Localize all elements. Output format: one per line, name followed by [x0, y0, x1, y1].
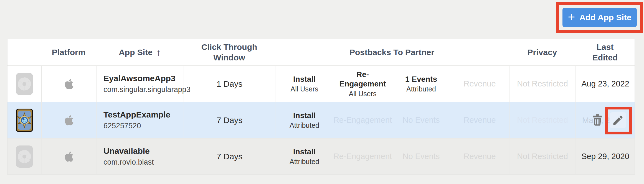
postback-install: Install Attributed: [275, 102, 333, 138]
postback-events: 1 Events Attributed: [392, 66, 450, 102]
app-placeholder-icon: [7, 66, 41, 102]
postback-re-engagement: Re-Engagement: [333, 102, 392, 138]
header-postbacks-to-partner: Postbacks To Partner: [275, 39, 509, 65]
header-privacy: Privacy: [509, 39, 575, 65]
apple-icon: [41, 66, 96, 102]
postback-events: No Events: [392, 139, 450, 174]
postback-re-engagement: Re-Engagement: [333, 139, 392, 174]
plus-icon: +: [568, 11, 575, 23]
postback-revenue: Revenue: [450, 66, 509, 102]
postback-revenue: Revenue: [450, 102, 509, 138]
app-bundle-id: com.rovio.blast: [103, 158, 154, 167]
app-site-cell: EyalAwsomeApp3 com.singular.singularapp3: [96, 66, 184, 102]
privacy-cell: Not Restricted: [509, 102, 575, 138]
pencil-icon: [612, 114, 624, 126]
click-through-window-cell: 1 Days: [184, 66, 275, 102]
apple-icon: [41, 139, 96, 174]
hearthstone-app-icon: [7, 102, 41, 138]
app-name: Unavailable: [103, 146, 150, 156]
table-header-row: Platform App Site ↑ Click Through Window…: [7, 39, 635, 65]
app-site-cell: TestAppExample 625257520: [96, 102, 184, 138]
table-row[interactable]: TestAppExample 625257520 7 Days Install …: [7, 102, 635, 138]
postback-events: No Events: [392, 102, 450, 138]
header-click-through-window: Click Through Window: [184, 39, 275, 65]
edit-app-site-button[interactable]: [610, 112, 626, 128]
app-bundle-id: com.singular.singularapp3: [103, 85, 191, 94]
add-app-site-button[interactable]: + Add App Site: [562, 8, 637, 27]
delete-app-site-button[interactable]: [592, 113, 603, 127]
privacy-cell: Not Restricted: [509, 139, 575, 174]
header-last-edited: Last Edited: [575, 39, 635, 65]
header-app-icon-spacer: [7, 39, 41, 65]
app-placeholder-icon: [7, 139, 41, 174]
last-edited-cell: Aug 23, 2022: [575, 66, 635, 102]
header-app-site[interactable]: App Site ↑: [96, 39, 184, 65]
click-through-window-cell: 7 Days: [184, 139, 275, 174]
sort-ascending-icon[interactable]: ↑: [156, 47, 161, 58]
app-store-id: 625257520: [103, 122, 141, 130]
app-site-cell: Unavailable com.rovio.blast: [96, 139, 184, 174]
table-row[interactable]: EyalAwsomeApp3 com.singular.singularapp3…: [7, 65, 635, 102]
postback-revenue: Revenue: [450, 139, 509, 174]
header-platform: Platform: [41, 39, 96, 65]
app-name: EyalAwsomeApp3: [103, 74, 176, 83]
postback-re-engagement: Re-Engagement All Users: [333, 66, 392, 102]
apple-icon: [41, 102, 96, 138]
last-edited-cell: Ma , 20: [575, 102, 635, 138]
privacy-cell: Not Restricted: [509, 66, 575, 102]
trash-icon: [592, 113, 603, 127]
postback-install: Install Attributed: [275, 139, 333, 174]
table-row[interactable]: Unavailable com.rovio.blast 7 Days Insta…: [7, 138, 635, 174]
last-edited-cell: Sep 29, 2020: [575, 139, 635, 174]
add-app-site-label: Add App Site: [579, 13, 631, 22]
app-name: TestAppExample: [103, 110, 170, 119]
app-sites-table: Platform App Site ↑ Click Through Window…: [7, 39, 635, 175]
postback-install: Install All Users: [275, 66, 333, 102]
click-through-window-cell: 7 Days: [184, 102, 275, 138]
